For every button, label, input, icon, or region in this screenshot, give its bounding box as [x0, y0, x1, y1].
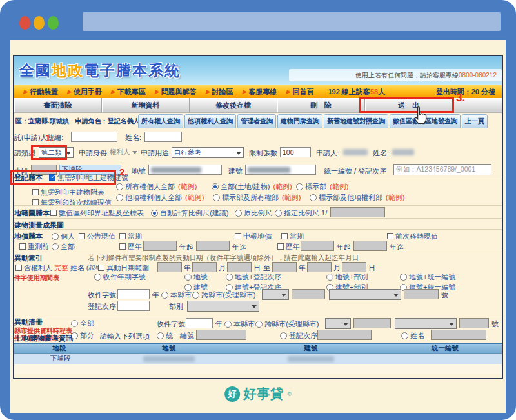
radio-icon[interactable] — [275, 210, 282, 217]
checkbox-icon[interactable] — [15, 265, 22, 271]
receipt-number-input[interactable] — [117, 289, 150, 299]
checkbox-icon[interactable] — [277, 243, 284, 250]
land-no-uid-radio[interactable]: 地號+統一編號 — [400, 272, 455, 281]
radio-icon[interactable] — [326, 274, 333, 281]
year-from-input[interactable] — [143, 241, 177, 251]
receipt-period-link[interactable]: 件字使用期間表 — [14, 274, 59, 283]
reference-table-row[interactable]: 下埔段 — [14, 354, 502, 364]
radio-selected-icon[interactable] — [151, 210, 158, 217]
checkbox-icon[interactable] — [281, 233, 288, 239]
mark-and-ownership-radio[interactable]: 標示部及所有權部(範例) — [213, 193, 301, 202]
cross-county-radio[interactable]: 跨縣市(受理縣市) — [192, 290, 255, 299]
list-name-input[interactable] — [431, 330, 486, 340]
radio-icon[interactable] — [157, 332, 164, 339]
save-after-edit-button[interactable]: 修改後存檔 — [190, 98, 277, 112]
yearly2-checkbox[interactable]: 歷年 — [277, 242, 300, 251]
land-no-order-radio[interactable]: 地號+登記次序 — [226, 272, 281, 281]
radio-icon[interactable] — [255, 321, 263, 328]
numeric-boundary-checkbox[interactable]: 數值區列印界址點及坐標表 — [50, 208, 144, 217]
list-order-radio[interactable]: 登記次序 — [280, 331, 317, 340]
menu-item-mobile[interactable]: ▶行動裝置 — [23, 87, 58, 97]
all-land-building-radio[interactable]: 全部(土地/建物)(範例) — [212, 182, 292, 191]
no-print-main-building-checkbox[interactable]: 無需列印主建物附表 — [32, 188, 104, 197]
owner-personal-all-radio[interactable]: 所有權個人全部(範例) — [116, 182, 197, 191]
original-scale-radio[interactable]: 原比例尺 — [235, 208, 272, 217]
current-period2-checkbox[interactable]: 當期 — [281, 232, 304, 241]
custom-scale-radio[interactable]: 指定比例尺 1/ — [275, 208, 327, 217]
radio-icon[interactable] — [116, 194, 123, 201]
receipt-year-number-radio[interactable]: 收件年期字號 — [94, 272, 146, 281]
current-period-checkbox[interactable]: 當期 — [119, 232, 142, 241]
no-print-surface-building-checkbox[interactable]: 無需列印地上建物建號 — [49, 173, 128, 182]
menu-item-forum[interactable]: ▶討論區 — [206, 87, 233, 97]
maximize-window-icon[interactable] — [48, 16, 59, 30]
menu-item-home[interactable]: ▶回首頁 — [286, 87, 314, 97]
identity-select[interactable]: 權利人 — [110, 148, 137, 157]
menu-item-faq[interactable]: ▶問題與解答 — [155, 87, 197, 97]
tab-previous-page[interactable]: 上一頁 — [462, 114, 488, 128]
radio-icon[interactable] — [280, 332, 287, 339]
tab-other-rights-query[interactable]: 他項權利人查詢 — [184, 114, 236, 128]
tab-old-new-number-query[interactable]: 新舊地建號對照查詢 — [324, 114, 388, 128]
uid-order-input[interactable]: 例如：A123456789/_0001 — [393, 164, 491, 175]
radio-icon[interactable] — [310, 194, 317, 201]
registration-order-input[interactable] — [117, 301, 150, 311]
list-order-input[interactable] — [317, 330, 372, 340]
full-name-checkbox[interactable]: 含權利人完整姓名(說明) — [15, 263, 104, 272]
tab-owner-query[interactable]: 所有權人查詢 — [138, 114, 183, 128]
previous-transfer-value-checkbox[interactable]: 前次移轉現值 — [387, 232, 438, 241]
radio-icon[interactable] — [116, 183, 123, 190]
year-to-input[interactable] — [196, 241, 230, 251]
minimize-window-icon[interactable] — [34, 16, 45, 30]
list-serial-input[interactable] — [459, 318, 489, 328]
radio-icon[interactable] — [400, 274, 407, 281]
mark-section-radio[interactable]: 標示部(範例) — [296, 182, 348, 191]
radio-icon[interactable] — [192, 292, 199, 299]
address-bar[interactable] — [83, 12, 501, 31]
menu-item-manual[interactable]: ▶使用手冊 — [67, 87, 102, 97]
receipt-serial-input[interactable] — [404, 289, 439, 299]
to-day-input[interactable] — [342, 262, 366, 272]
checkbox-icon[interactable] — [98, 265, 104, 271]
from-year-input[interactable] — [157, 262, 182, 272]
all-radio[interactable]: 全部 — [52, 242, 75, 251]
radio-icon[interactable] — [184, 274, 192, 281]
local-county-radio[interactable]: 本縣市 — [161, 290, 192, 299]
list-uid-input[interactable] — [196, 330, 246, 340]
menu-item-hotline[interactable]: ▶客服專線 — [243, 87, 277, 97]
to-month-input[interactable] — [307, 262, 332, 272]
yearly-checkbox[interactable]: 歷年 — [119, 242, 142, 251]
page-limit-input[interactable]: 100 — [280, 147, 311, 157]
custom-scale-input[interactable] — [330, 207, 385, 217]
radio-icon[interactable] — [52, 233, 59, 240]
checkbox-checked-icon[interactable] — [49, 174, 55, 181]
submit-button[interactable]: 送 出 — [365, 98, 453, 112]
county-select[interactable] — [262, 289, 289, 300]
personal-radio[interactable]: 個人 — [52, 232, 75, 241]
delete-button[interactable]: 刪 除 — [277, 98, 365, 112]
radio-icon[interactable] — [213, 194, 220, 201]
announced-value-checkbox[interactable]: 公告現值 — [79, 232, 115, 241]
radio-icon[interactable] — [94, 274, 101, 281]
checkbox-icon[interactable] — [387, 233, 393, 239]
land-number-input[interactable] — [148, 165, 222, 175]
list-receipt-input[interactable] — [186, 318, 213, 328]
radio-icon[interactable] — [226, 274, 233, 281]
list-uid-radio[interactable]: 統一編號 — [157, 331, 194, 340]
radio-icon[interactable] — [52, 243, 59, 250]
pre-resurvey-checkbox[interactable]: 重測前 — [19, 242, 49, 251]
apply-type-select[interactable]: 第二類 — [39, 147, 74, 158]
list-partial-radio[interactable]: 部分 — [71, 331, 94, 340]
radio-icon[interactable] — [161, 292, 168, 299]
checkbox-icon[interactable] — [235, 233, 241, 239]
list-word-select[interactable] — [395, 318, 457, 329]
clear-screen-button[interactable]: 畫面清除 — [14, 98, 102, 112]
from-month-input[interactable] — [192, 262, 217, 272]
list-county-select[interactable] — [325, 318, 351, 329]
land-no-radio[interactable]: 地號 — [184, 272, 208, 281]
date-range-checkbox[interactable]: 異動日期範圍 — [98, 263, 149, 272]
land-no-dept-radio[interactable]: 地號+部別 — [326, 272, 368, 281]
applicant-id-input[interactable] — [71, 132, 117, 142]
receipt-word-select[interactable] — [329, 289, 401, 300]
list-all-radio[interactable]: 全部 — [71, 319, 94, 328]
